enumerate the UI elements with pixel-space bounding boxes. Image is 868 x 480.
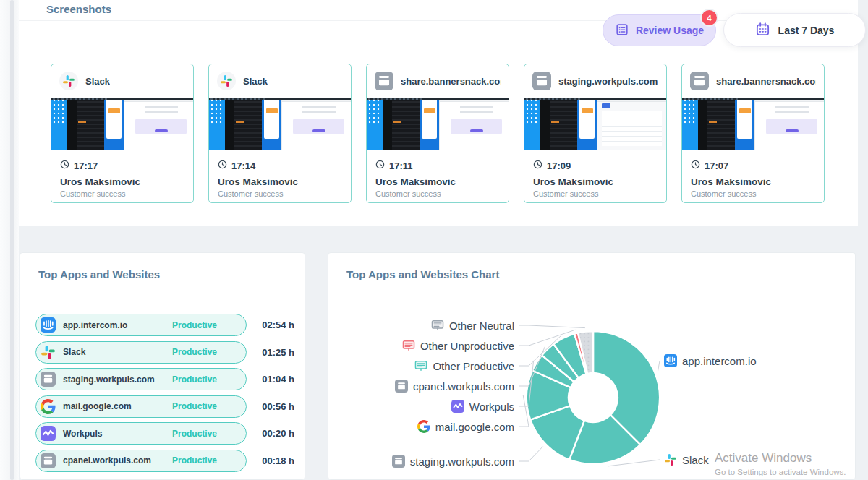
app-name: Workpuls [63,429,102,439]
screenshot-app-name: Slack [85,76,110,87]
top-apps-panel-title: Top Apps and Websites [20,253,305,296]
watermark-line1: Activate Windows [715,451,846,466]
screenshot-user-name: Uros Maksimovic [691,176,815,187]
app-usage-time: 01:25 h [247,347,294,358]
screenshot-time: 17:07 [705,160,728,171]
screenshot-card-meta: 17:14 Uros Maksimovic Customer success [209,153,351,198]
screenshot-user-name: Uros Maksimovic [533,176,658,187]
browser-icon [532,72,551,90]
app-usage-time: 00:18 h [247,455,294,466]
productivity-label: Productive [172,429,217,439]
slack-icon [59,72,78,90]
app-usage-time: 00:56 h [247,401,294,412]
productivity-label: Productive [172,374,217,385]
screenshot-app-name: Slack [243,76,268,87]
screenshot-card[interactable]: staging.workpuls.com 17:09 Uros Maksimov… [524,64,667,203]
screenshot-thumbnail[interactable] [209,98,351,153]
clock-icon [60,160,69,171]
chart-label-text: Other Productive [433,360,514,372]
clock-icon [218,160,227,171]
review-usage-badge: 4 [702,10,717,25]
screenshot-app-name: share.bannersnack.com [401,76,501,87]
top-app-row: Slack Productive 01:25 h [35,341,294,364]
productivity-label: Productive [172,401,217,411]
sidebar-scrollbar[interactable] [10,0,14,480]
top-app-pill[interactable]: app.intercom.io Productive [35,314,247,336]
screenshot-card-meta: 17:11 Uros Maksimovic Customer success [367,153,509,198]
chart-leader-line [519,447,543,461]
checklist-icon [615,22,629,39]
screenshot-thumbnail[interactable] [367,98,509,153]
browser-icon [392,455,405,468]
chart-leader-line [519,325,585,328]
app-usage-time: 01:04 h [247,374,294,385]
chart-callout-label: cpanel.workpuls.com [395,380,514,393]
top-app-pill[interactable]: Slack Productive [35,341,247,364]
screenshot-card-header: Slack [209,64,351,98]
chart-callout-label: staging.workpuls.com [392,455,514,468]
screenshot-user-name: Uros Maksimovic [375,176,500,187]
browser-icon [41,372,56,387]
top-app-pill[interactable]: cpanel.workpuls.com Productive [35,450,247,472]
screenshot-card[interactable]: share.bannersnack.com 17:07 Uros Maksimo… [681,64,825,203]
screenshot-user-name: Uros Maksimovic [218,176,342,187]
chart-label-text: Workpuls [469,400,514,413]
top-app-pill[interactable]: mail.google.com Productive [35,395,247,418]
screenshot-thumbnail[interactable] [524,98,666,153]
screenshot-user-name: Uros Maksimovic [60,176,184,187]
browser-icon [395,380,408,393]
screenshot-time: 17:17 [74,160,98,171]
slack-icon [217,72,236,90]
slack-icon [41,345,56,360]
intercom-icon [41,317,56,333]
screenshot-card-meta: 17:07 Uros Maksimovic Customer success [682,153,824,198]
browser-icon [375,72,393,90]
monitor-icon [431,319,444,332]
workpuls-icon [451,400,464,413]
review-usage-button[interactable]: Review Usage 4 [603,14,716,46]
top-app-row: Workpuls Productive 00:20 h [35,422,294,445]
date-range-label: Last 7 Days [778,25,835,36]
screenshot-card[interactable]: Slack 17:14 Uros Maksimovic Customer suc… [208,64,352,203]
top-app-pill[interactable]: staging.workpuls.com Productive [35,368,247,390]
screenshot-card[interactable]: share.bannersnack.com 17:11 Uros Maksimo… [366,64,509,203]
chart-label-text: mail.google.com [435,421,514,433]
screenshot-thumbnail[interactable] [51,98,193,153]
productivity-label: Productive [172,320,217,330]
browser-icon [41,453,56,468]
screenshots-section-title: Screenshots [46,3,111,15]
calendar-icon [755,22,770,39]
screenshot-card-header: Slack [51,64,193,98]
top-app-row: mail.google.com Productive 00:56 h [35,395,294,418]
clock-icon [533,160,542,171]
chart-label-text: app.intercom.io [682,355,757,367]
top-app-pill[interactable]: Workpuls Productive [35,422,247,445]
chart-callout-label: Other Unproductive [402,339,514,352]
screenshot-time: 17:14 [231,160,255,171]
chart-label-text: Slack [682,454,709,466]
workpuls-dashboard: { "screenshots_section": { "title": "Scr… [0,0,868,480]
chart-callout-label: Workpuls [451,400,514,413]
top-app-row: cpanel.workpuls.com Productive 00:18 h [35,450,294,472]
watermark-line2: Go to Settings to activate Windows. [715,468,846,476]
top-app-row: staging.workpuls.com Productive 01:04 h [35,368,294,390]
screenshot-time: 17:11 [389,160,413,171]
top-apps-chart-panel: Top Apps and Websites Chart app.intercom… [328,252,856,480]
app-name: app.intercom.io [63,320,127,330]
intercom-icon [664,354,677,367]
app-name: cpanel.workpuls.com [63,455,151,466]
screenshot-card[interactable]: Slack 17:17 Uros Maksimovic Customer suc… [51,64,194,203]
productivity-label: Productive [172,347,217,357]
top-app-row: app.intercom.io Productive 02:54 h [35,314,294,336]
screenshot-card-meta: 17:09 Uros Maksimovic Customer success [524,153,666,198]
screenshot-app-name: share.bannersnack.com [716,76,816,87]
screenshot-user-team: Customer success [218,189,342,198]
screenshot-thumbnail[interactable] [682,98,824,153]
chart-label-text: cpanel.workpuls.com [413,380,514,393]
date-range-button[interactable]: Last 7 Days [723,13,866,47]
collapsed-sidebar-edge [0,0,19,480]
chart-panel-title: Top Apps and Websites Chart [328,253,855,296]
review-usage-label: Review Usage [636,25,704,36]
screenshot-user-team: Customer success [691,189,815,198]
monitor-icon [414,359,427,372]
